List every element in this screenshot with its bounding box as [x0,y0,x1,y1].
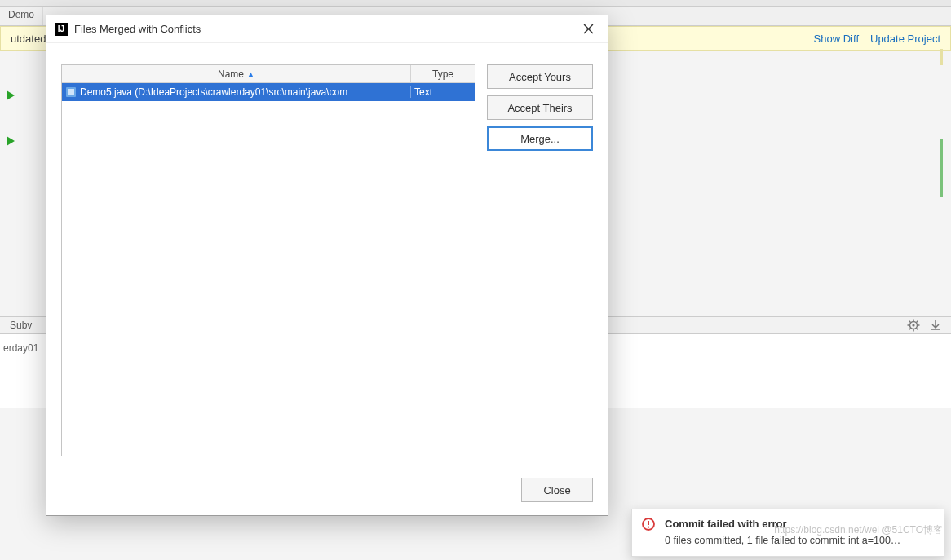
run-icon[interactable] [5,135,24,147]
editor-tab-demo[interactable]: Demo [0,7,43,25]
svg-line-10 [917,321,918,323]
close-icon[interactable] [577,18,599,41]
svg-point-18 [648,526,649,527]
notification-message: 0 files committed, 1 file failed to comm… [665,533,932,548]
cell-type: Text [411,86,475,98]
show-diff-link[interactable]: Show Diff [814,33,859,45]
column-name-label: Name [218,68,244,80]
svg-point-3 [912,324,914,326]
download-icon[interactable] [930,319,941,332]
cell-name: Demo5.java (D:\IdeaProjects\crawlerday01… [80,86,411,98]
table-row[interactable]: Demo5.java (D:\IdeaProjects\crawlerday01… [62,83,475,101]
notification-title: Commit failed with error [665,518,932,530]
error-icon [642,518,655,533]
action-button-column: Accept Yours Accept Theirs Merge... [487,64,593,456]
sort-asc-icon: ▲ [247,70,254,78]
column-header-type[interactable]: Type [411,65,475,82]
notification-popup[interactable]: Commit failed with error 0 files committ… [631,509,944,557]
bg-top-strip [0,0,951,7]
gear-icon[interactable] [907,319,920,332]
close-button[interactable]: Close [521,478,593,502]
run-icon[interactable] [5,90,24,101]
dialog-titlebar[interactable]: IJ Files Merged with Conflicts [46,15,608,43]
merge-button[interactable]: Merge... [487,126,593,151]
java-file-icon [64,86,78,98]
scroll-marker-warning [940,49,943,65]
intellij-icon: IJ [55,23,68,36]
conflict-file-table[interactable]: Name ▲ Type Demo5.java (D:\IdeaProjects\… [61,64,475,456]
outdated-text: utdated [11,33,46,45]
svg-marker-1 [7,136,15,146]
tool-tab-subversion[interactable]: Subv [10,320,32,331]
accept-theirs-button[interactable]: Accept Theirs [487,95,593,120]
update-project-link[interactable]: Update Project [870,33,940,45]
svg-line-8 [909,321,911,323]
dialog-title: Files Merged with Conflicts [74,23,201,35]
svg-line-9 [917,329,918,330]
svg-marker-0 [7,90,15,100]
dialog-footer: Close [46,468,608,515]
conflicts-dialog: IJ Files Merged with Conflicts Name ▲ Ty… [46,15,608,516]
table-header: Name ▲ Type [62,65,475,83]
editor-gutter [5,90,24,147]
svg-rect-15 [68,89,74,95]
column-header-name[interactable]: Name ▲ [62,65,411,82]
accept-yours-button[interactable]: Accept Yours [487,64,593,89]
svg-line-11 [909,329,911,330]
scroll-marker-ok [940,139,943,197]
